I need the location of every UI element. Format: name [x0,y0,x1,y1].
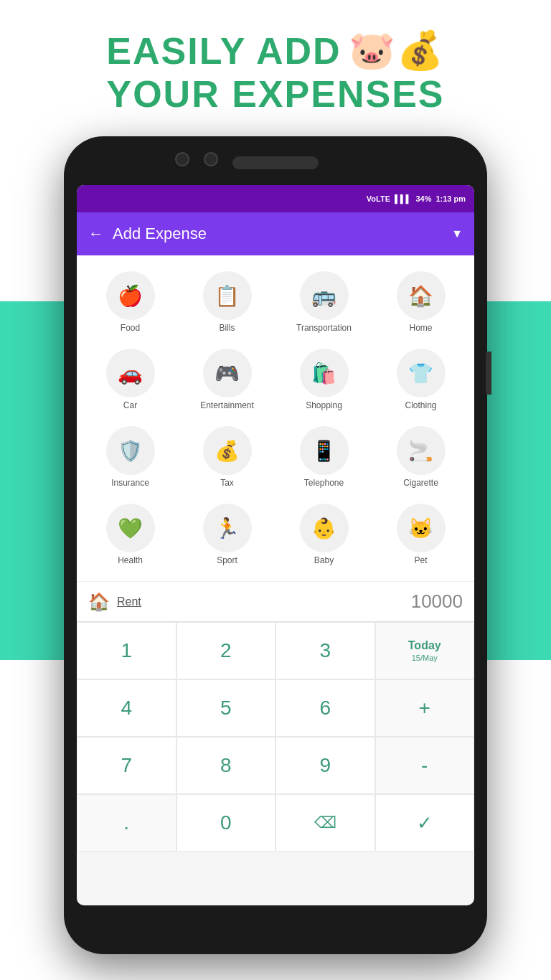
category-icon-tax: 💰 [203,426,252,475]
phone-screen: VoLTE ▌▌▌ 34% 1:13 pm ← Add Expense ▼ 🍎F… [77,185,474,905]
numpad-confirm-key[interactable]: ✓ [375,794,475,852]
category-label-entertainment: Entertainment [200,400,254,410]
category-label-sport: Sport [217,555,237,565]
numpad-key-8[interactable]: 8 [176,737,276,794]
category-item-telephone[interactable]: 📱Telephone [278,420,370,494]
numpad-key-9[interactable]: 9 [276,737,375,794]
numpad-today-key[interactable]: Today15/May [375,622,475,679]
category-label-bills: Bills [219,323,235,333]
category-label-shopping: Shopping [306,400,342,410]
header-text-line1: EASILY ADD [106,29,341,72]
category-label-car: Car [123,400,137,410]
category-item-food[interactable]: 🍎Food [84,265,176,339]
category-icon-sport: 🏃 [203,504,252,552]
category-item-entertainment[interactable]: 🎮Entertainment [181,343,273,416]
category-label-tax: Tax [220,478,234,488]
category-item-sport[interactable]: 🏃Sport [181,498,273,571]
category-label-telephone: Telephone [304,478,344,488]
app-header: ← Add Expense ▼ [77,212,474,255]
category-label-insurance: Insurance [111,478,149,488]
numpad-delete-key[interactable]: ⌫ [276,794,375,852]
category-icon-cigarette: 🚬 [397,426,446,475]
numpad-key-4[interactable]: 4 [77,679,176,737]
category-icon-clothing: 👕 [397,349,446,397]
phone-camera-right [204,152,218,166]
numpad-decimal-key[interactable]: . [77,794,176,852]
header-section: EASILY ADD 🐷💰 YOUR EXPENSES [0,0,551,130]
category-icon-shopping: 🛍️ [300,349,349,397]
numpad-key-0[interactable]: 0 [176,794,276,852]
back-button[interactable]: ← [88,225,104,243]
category-item-tax[interactable]: 💰Tax [181,420,273,494]
category-label-home: Home [409,323,432,333]
category-label-food: Food [121,323,140,333]
category-icon-car: 🚗 [106,349,155,397]
category-icon-bills: 📋 [203,271,252,320]
numpad-key-7[interactable]: 7 [77,737,176,794]
numpad: 123Today15/May456+789-.0⌫✓ [77,621,474,852]
status-signal: ▌▌▌ [395,194,411,203]
phone-speaker [232,156,319,169]
selected-category-icon: 🏠 [88,592,110,612]
category-label-health: Health [118,555,143,565]
category-label-pet: Pet [414,555,427,565]
phone-camera-left [175,152,189,166]
category-label-clothing: Clothing [405,400,436,410]
category-icon-health: 💚 [106,504,155,552]
numpad-key-5[interactable]: 5 [176,679,276,737]
phone-body: VoLTE ▌▌▌ 34% 1:13 pm ← Add Expense ▼ 🍎F… [64,136,487,954]
status-bar: VoLTE ▌▌▌ 34% 1:13 pm [77,185,474,212]
numpad-key-6[interactable]: 6 [276,679,375,737]
category-item-cigarette[interactable]: 🚬Cigarette [375,420,467,494]
category-item-insurance[interactable]: 🛡️Insurance [84,420,176,494]
status-battery: 34% [415,194,431,203]
category-label-transportation: Transportation [296,323,352,333]
categories-grid: 🍎Food📋Bills🚌Transportation🏠Home🚗Car🎮Ente… [77,255,474,581]
category-icon-entertainment: 🎮 [203,349,252,397]
page-title: Add Expense [113,225,443,243]
header-line1: EASILY ADD 🐷💰 [0,29,551,72]
category-label-cigarette: Cigarette [403,478,438,488]
category-item-car[interactable]: 🚗Car [84,343,176,416]
numpad-operator-plus[interactable]: + [375,679,475,737]
category-icon-home: 🏠 [397,271,446,320]
numpad-key-1[interactable]: 1 [77,622,176,679]
category-item-home[interactable]: 🏠Home [375,265,467,339]
category-label-baby: Baby [314,555,334,565]
category-item-clothing[interactable]: 👕Clothing [375,343,467,416]
category-item-bills[interactable]: 📋Bills [181,265,273,339]
status-time: 1:13 pm [435,194,466,203]
numpad-operator-minus[interactable]: - [375,737,475,794]
header-line2: YOUR EXPENSES [0,72,551,116]
selected-category-label[interactable]: Rent [117,595,411,608]
category-icon-transportation: 🚌 [300,271,349,320]
selected-item-bar: 🏠 Rent 10000 [77,581,474,621]
selected-amount-display: 10000 [411,590,463,613]
category-item-shopping[interactable]: 🛍️Shopping [278,343,370,416]
category-icon-pet: 🐱 [397,504,446,552]
category-item-baby[interactable]: 👶Baby [278,498,370,571]
category-icon-baby: 👶 [300,504,349,552]
phone-side-button [486,352,491,395]
category-item-health[interactable]: 💚Health [84,498,176,571]
status-network: VoLTE [367,194,390,203]
numpad-key-3[interactable]: 3 [276,622,375,679]
piggy-icon: 🐷💰 [349,29,445,72]
category-icon-food: 🍎 [106,271,155,320]
category-item-transportation[interactable]: 🚌Transportation [278,265,370,339]
category-icon-telephone: 📱 [300,426,349,475]
dropdown-button[interactable]: ▼ [451,227,463,240]
numpad-key-2[interactable]: 2 [176,622,276,679]
category-item-pet[interactable]: 🐱Pet [375,498,467,571]
category-icon-insurance: 🛡️ [106,426,155,475]
phone-device: VoLTE ▌▌▌ 34% 1:13 pm ← Add Expense ▼ 🍎F… [64,136,487,954]
